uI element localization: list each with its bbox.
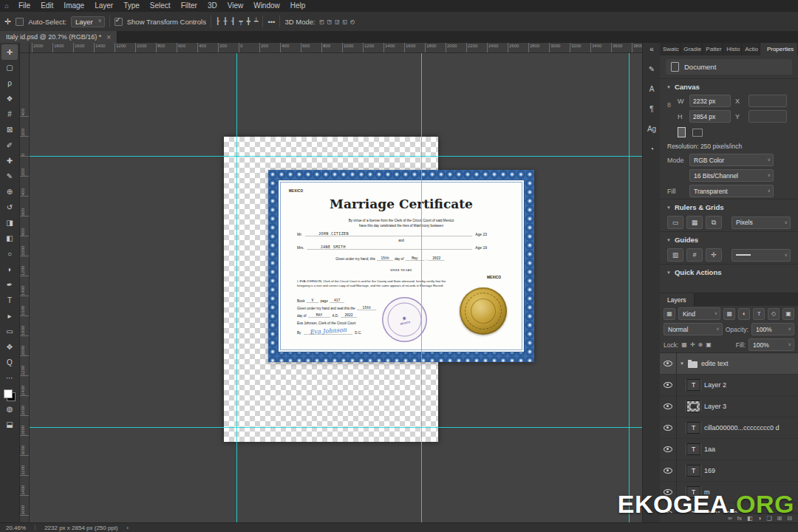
visibility-toggle[interactable] (660, 353, 677, 374)
lock-all-icon[interactable]: ▣ (706, 341, 712, 348)
foreground-background-colors[interactable] (4, 389, 16, 401)
menu-item-image[interactable]: Image (58, 0, 89, 12)
brush-settings-icon[interactable]: ✎ (649, 65, 655, 75)
menu-item-3d[interactable]: 3D (202, 0, 222, 12)
tab-layers[interactable]: Layers (660, 293, 695, 306)
layer-group-icon[interactable]: ❑ (766, 515, 771, 522)
toggle-rulers-icon[interactable]: ▭ (667, 216, 683, 229)
menu-item-layer[interactable]: Layer (89, 0, 118, 12)
pixel-filter-icon[interactable]: ▦ (723, 308, 735, 320)
menu-item-edit[interactable]: Edit (35, 0, 58, 12)
menu-item-file[interactable]: File (13, 0, 35, 12)
adjustment-layer-icon[interactable]: ◑ (758, 515, 762, 522)
menu-item-help[interactable]: Help (285, 0, 311, 12)
panel-tab-actio[interactable]: Actio (742, 43, 760, 55)
app-icon[interactable]: ⌂ (0, 2, 13, 10)
lock-guides-icon[interactable]: # (686, 248, 703, 262)
visibility-toggle[interactable] (660, 417, 677, 438)
layer-row[interactable]: T01.01.1990 (660, 503, 798, 513)
panel-tab-patter[interactable]: Patter (703, 43, 723, 55)
guide-vertical[interactable] (236, 52, 237, 523)
color-mode-dropdown[interactable]: RGB Color (689, 154, 774, 166)
lock-transparent-icon[interactable]: ▦ (681, 341, 687, 348)
toggle-snap-icon[interactable]: ⧉ (706, 216, 722, 229)
fill-opacity-field[interactable]: 100% (748, 338, 794, 351)
collapse-dock-icon[interactable]: « (649, 45, 654, 55)
auto-select-checkbox[interactable] (16, 18, 24, 26)
pasteboard[interactable]: MEXICO Marriage Certificate By virtue of… (29, 52, 642, 523)
filter-type-icon[interactable]: ▦ (664, 308, 675, 320)
blur-tool[interactable]: ○ (1, 246, 18, 262)
panel-tab-gradie[interactable]: Gradie (681, 43, 703, 55)
type-tool[interactable]: T (1, 293, 18, 308)
align-center-h-icon[interactable]: ╂ (223, 18, 227, 25)
close-tab-icon[interactable]: × (106, 33, 111, 41)
layer-row[interactable]: ▼edite text (660, 353, 798, 375)
zoom-level[interactable]: 20.46% (6, 525, 26, 531)
align-middle-icon[interactable]: ╋ (247, 18, 250, 25)
menu-item-type[interactable]: Type (118, 0, 145, 12)
width-field[interactable]: 2232 px (689, 95, 731, 107)
toggle-grid-icon[interactable]: ▦ (686, 216, 703, 229)
quick-mask-icon[interactable]: ◍ (1, 401, 18, 417)
rulers-grids-section-header[interactable]: ▼ Rulers & Grids (660, 199, 798, 214)
canvas-fill-dropdown[interactable]: Transparent (689, 185, 774, 197)
gradient-tool[interactable]: ◧ (1, 231, 18, 246)
layer-row[interactable]: T169 (660, 460, 798, 482)
visibility-toggle[interactable] (660, 503, 677, 513)
menu-item-window[interactable]: Window (248, 0, 285, 12)
clone-source-icon[interactable]: ◔ (649, 145, 654, 155)
align-top-icon[interactable]: ┯ (239, 18, 242, 25)
lasso-tool[interactable]: ρ (1, 75, 18, 91)
quick-selection-tool[interactable]: ❖ (1, 91, 18, 106)
lock-position-icon[interactable]: ✛ (690, 341, 695, 348)
clear-guides-icon[interactable]: ✛ (706, 248, 722, 262)
ruler-units-dropdown[interactable]: Pixels (732, 216, 791, 229)
bit-depth-dropdown[interactable]: 16 Bits/Channel (689, 169, 774, 182)
document-properties-row[interactable]: Document (666, 59, 792, 75)
history-brush-tool[interactable]: ↺ (1, 200, 18, 215)
auto-select-dropdown[interactable]: Layer (71, 16, 105, 27)
link-layers-icon[interactable]: ∞ (728, 515, 732, 522)
visibility-toggle[interactable] (660, 375, 677, 395)
align-bottom-icon[interactable]: ┷ (254, 18, 258, 25)
paragraph-panel-icon[interactable]: ¶ (649, 105, 653, 115)
visibility-toggle[interactable] (660, 439, 677, 460)
layer-row[interactable]: T1aa (660, 439, 798, 460)
panel-tab-properties[interactable]: Properties (760, 43, 798, 55)
guides-section-header[interactable]: ▼ Guides (660, 231, 798, 246)
panel-tab-swatc[interactable]: Swatc (660, 43, 681, 55)
panel-tab-histo[interactable]: Histo (723, 43, 742, 55)
glyphs-panel-icon[interactable]: Ag (647, 125, 656, 135)
adjustment-filter-icon[interactable]: ◐ (738, 308, 750, 320)
status-chevron-icon[interactable]: › (126, 525, 129, 531)
layer-row[interactable]: Tcilla000000...cccccccc0 d (660, 417, 798, 439)
chevron-down-icon[interactable]: ▼ (680, 361, 684, 366)
visibility-toggle[interactable] (660, 482, 677, 502)
crop-tool[interactable]: # (1, 106, 18, 122)
clone-stamp-tool[interactable]: ⊕ (1, 184, 18, 200)
layer-mask-icon[interactable]: ◧ (747, 515, 753, 522)
quick-actions-section-header[interactable]: ▼ Quick Actions (660, 264, 798, 279)
shape-filter-icon[interactable]: ◇ (768, 308, 780, 320)
visibility-toggle[interactable] (660, 460, 677, 481)
y-field[interactable] (748, 110, 787, 123)
x-field[interactable] (748, 95, 787, 107)
foreground-color-swatch[interactable] (4, 389, 13, 398)
guide-horizontal[interactable] (29, 427, 642, 428)
frame-tool[interactable]: ⊠ (1, 122, 18, 137)
move-tool[interactable]: ✛ (1, 44, 18, 60)
layer-row[interactable]: Layer 3 (660, 396, 798, 417)
toggle-guides-icon[interactable]: ▥ (667, 248, 683, 262)
landscape-orientation-icon[interactable] (692, 129, 703, 137)
visibility-toggle[interactable] (660, 396, 677, 417)
horizontal-ruler[interactable]: 2000180016001400120010008006004002000200… (29, 43, 642, 53)
3d-zoom-icon[interactable]: ◴ (350, 18, 354, 25)
shape-tool[interactable]: ▭ (1, 324, 18, 339)
character-panel-icon[interactable]: A (649, 85, 655, 95)
menu-item-filter[interactable]: Filter (176, 0, 202, 12)
delete-layer-icon[interactable]: ⊟ (787, 515, 792, 522)
eraser-tool[interactable]: ◨ (1, 215, 18, 231)
path-selection-tool[interactable]: ▸ (1, 308, 18, 324)
guide-vertical[interactable] (629, 52, 630, 523)
